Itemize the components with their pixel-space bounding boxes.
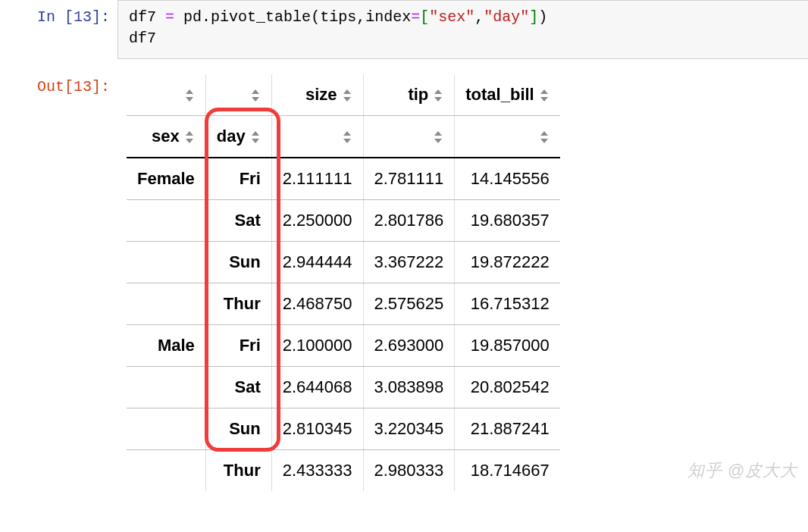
index-header-row: sexday [127,116,560,158]
cell-total_bill: 16.715312 [455,283,560,325]
row-index-sex: Female [127,158,205,200]
cell-tip: 2.693000 [363,325,455,367]
blank-header [127,74,205,116]
input-cell: In [13]: df7 = pd.pivot_table(tips,index… [0,0,808,59]
code-token: , [474,8,484,26]
input-prompt: In [13]: [0,0,117,27]
svg-marker-5 [343,97,351,102]
cell-total_bill: 19.857000 [455,325,560,367]
cell-total_bill: 18.714667 [455,450,560,492]
sort-icon[interactable] [184,89,195,102]
svg-marker-8 [540,89,548,94]
column-header-size[interactable]: size [271,74,363,116]
code-token: df7 [129,30,156,47]
code-token: , [356,8,365,26]
watermark: 知乎 @皮大大 [687,459,797,482]
column-header-row: sizetiptotal_bill [127,74,560,116]
svg-marker-3 [252,97,259,102]
cell-total_bill: 19.872222 [455,242,560,283]
index-name-sex[interactable]: sex [127,116,205,158]
index-name-label: sex [152,127,180,146]
table-row: Thur2.4687502.57562516.715312 [127,283,560,325]
code-token: ] [529,8,538,26]
cell-size: 2.433333 [271,450,363,492]
notebook: In [13]: df7 = pd.pivot_table(tips,index… [0,0,808,491]
table-row: MaleFri2.1000002.69300019.857000 [127,325,560,367]
svg-marker-10 [186,131,193,136]
svg-marker-6 [434,89,442,94]
code-token: [ [420,8,429,26]
sort-icon[interactable] [539,131,550,143]
row-index-day: Fri [205,158,271,200]
code-token [174,8,183,26]
output-prompt: Out[13]: [0,70,117,97]
row-index-sex [127,450,205,492]
svg-marker-0 [186,89,193,94]
cell-size: 2.944444 [271,242,363,283]
row-index-sex [127,283,205,325]
cell-size: 2.111111 [271,158,363,200]
svg-marker-15 [343,139,351,143]
svg-marker-16 [434,131,442,136]
cell-size: 2.644068 [271,367,363,408]
output-area: sizetiptotal_bill sexday FemaleFri2.1111… [117,70,808,491]
cell-tip: 3.083898 [363,367,455,408]
index-name-label: day [217,127,246,146]
row-index-day: Sun [205,408,271,450]
svg-marker-2 [252,89,259,94]
row-index-day: Sat [205,367,271,408]
cell-size: 2.810345 [271,408,363,450]
cell-size: 2.250000 [271,200,363,242]
sort-icon[interactable] [184,131,195,143]
sort-icon[interactable] [342,89,352,102]
column-header-label: size [305,85,337,104]
sort-icon[interactable] [250,89,261,102]
svg-marker-11 [186,139,193,143]
cell-size: 2.468750 [271,283,363,325]
svg-marker-13 [252,139,259,143]
code-token: tips [320,8,356,26]
cell-size: 2.100000 [271,325,363,367]
cell-total_bill: 19.680357 [455,200,560,242]
code-token: = [165,8,174,26]
svg-marker-19 [540,139,548,143]
table-row: Thur2.4333332.98033318.714667 [127,450,560,492]
index-name-day[interactable]: day [205,116,271,158]
code-token: . [202,8,211,26]
code-token: df7 [129,8,156,26]
row-index-sex [127,367,205,408]
cell-total_bill: 20.802542 [455,367,560,408]
column-header-total_bill[interactable]: total_bill [455,74,560,116]
cell-tip: 2.575625 [363,283,455,325]
row-index-sex [127,200,205,242]
svg-marker-9 [540,97,548,102]
table-row: Sun2.9444443.36722219.872222 [127,242,560,283]
sort-icon[interactable] [433,131,443,143]
svg-marker-1 [186,97,193,102]
svg-marker-7 [434,97,442,102]
blank-header [363,116,455,158]
svg-marker-18 [540,131,548,136]
row-index-day: Sat [205,200,271,242]
sort-icon[interactable] [539,89,550,102]
row-index-sex: Male [127,325,205,367]
table-body: FemaleFri2.1111112.78111114.145556Sat2.2… [127,158,560,491]
table-row: Sat2.6440683.08389820.802542 [127,367,560,408]
code-cell[interactable]: df7 = pd.pivot_table(tips,index=["sex","… [117,0,808,59]
cell-total_bill: 21.887241 [455,408,560,450]
table-row: Sun2.8103453.22034521.887241 [127,408,560,450]
cell-tip: 2.980333 [363,450,455,492]
code-token: ( [311,8,320,26]
column-header-tip[interactable]: tip [363,74,455,116]
code-token: index [365,8,411,26]
blank-header [205,74,271,116]
sort-icon[interactable] [250,131,261,143]
sort-icon[interactable] [433,89,443,102]
cell-tip: 3.367222 [363,242,455,283]
row-index-day: Thur [205,450,271,492]
cell-tip: 2.801786 [363,200,455,242]
output-cell: Out[13]: sizetiptotal_bill sexday Female… [0,70,808,491]
code-token: "day" [484,8,529,26]
table-row: Sat2.2500002.80178619.680357 [127,200,560,242]
sort-icon[interactable] [342,131,352,143]
